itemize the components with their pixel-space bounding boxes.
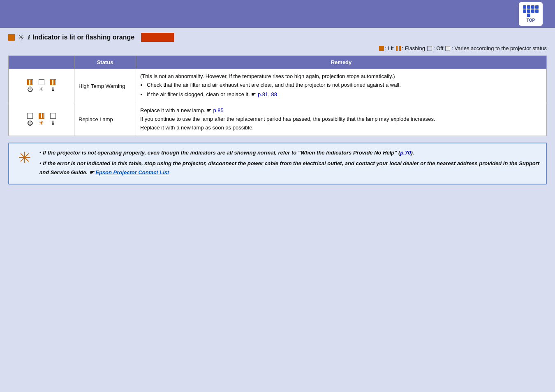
legend-bar: : Lit : Flashing : Off : Varies accordin…	[8, 45, 547, 51]
info-box: ✳ • If the projector is not operating pr…	[8, 143, 547, 184]
power-ind-empty-2	[27, 113, 33, 119]
link-p88[interactable]: 88	[271, 91, 277, 97]
section-heading: ✳ 𝐢 Indicator is lit or flashing orange	[8, 33, 547, 42]
desc-text-replace-lamp: Replace it with a new lamp.	[140, 107, 205, 113]
i-indicator-icon: 𝐢	[28, 34, 29, 41]
bullet-2-text-row1: If the air filter is clogged, clean or r…	[147, 91, 250, 97]
info-icon-area: ✳	[15, 148, 35, 166]
legend-flash-label: : Flashing	[402, 45, 425, 51]
link-p70[interactable]: p.70	[400, 150, 411, 156]
legend-varies-label: : Varies according to the projector stat…	[451, 45, 547, 51]
table-row: ⏻ ☀ 🌡	[9, 103, 547, 136]
epson-contact-link[interactable]: Epson Projector Contact List	[95, 169, 169, 175]
legend-flashing: : Flashing	[396, 45, 425, 51]
lamp-ind-flash-2	[39, 113, 44, 119]
indicator-icons-cell-2: ⏻ ☀ 🌡	[9, 103, 74, 136]
col-header-remedy: Remedy	[136, 56, 547, 69]
legend-lit-label: : Lit	[385, 45, 394, 51]
info-bullet-2: • If the error is not indicated in this …	[39, 159, 540, 177]
replace-lamp-indicators: ⏻ ☀ 🌡	[13, 113, 70, 126]
status-name-replace-lamp: Replace Lamp	[74, 103, 136, 136]
temp-ind-flash	[50, 79, 56, 85]
power-icon-2: ⏻	[27, 120, 33, 126]
sun-icon: ✳	[18, 33, 24, 42]
link-p81[interactable]: p.81	[258, 91, 268, 97]
sun-icon-row: ☀	[39, 86, 44, 92]
top-logo[interactable]: TOP	[519, 2, 543, 26]
logo-label: TOP	[527, 18, 535, 23]
legend-flash-icon	[396, 46, 401, 51]
sun-icon-row-2: ☀	[39, 120, 44, 126]
info-bullet-1-em: If the projector is not operating proper…	[43, 150, 414, 156]
description-high-temp: (This is not an abnormality. However, if…	[136, 69, 547, 103]
section-title: Indicator is lit or flashing orange	[32, 34, 134, 41]
col-header-indicator	[9, 56, 74, 69]
legend-off-icon	[427, 46, 432, 51]
status-text-high-temp: High Temp Warning	[79, 83, 125, 89]
table-row: ⏻ ☀ 🌡	[9, 69, 547, 103]
desc-text-high-temp: (This is not an abnormality. However, if…	[140, 73, 395, 79]
bullet-1-text-row1: Check that the air filter and air exhaus…	[147, 82, 401, 88]
temp-ind-empty-2	[50, 113, 56, 119]
power-icon: ⏻	[27, 86, 33, 92]
col-header-status: Status	[74, 56, 136, 69]
legend-lit: : Lit	[379, 45, 394, 51]
status-name-high-temp: High Temp Warning	[74, 69, 136, 103]
info-bullet-1-end: ).	[411, 150, 414, 156]
description-replace-lamp: Replace it with a new lamp. ☛ p.85 If yo…	[136, 103, 547, 136]
temp-icon-row: 🌡	[50, 86, 56, 92]
high-temp-indicators: ⏻ ☀ 🌡	[13, 79, 70, 92]
ind-row-1: ⏻ ☀ 🌡	[27, 79, 56, 92]
info-link-p70[interactable]: p.70	[400, 150, 411, 156]
info-bullet-1-text: If the projector is not operating proper…	[43, 150, 400, 156]
temp-icon-row-2: 🌡	[50, 120, 56, 126]
table-header-row: Status Remedy	[9, 56, 547, 69]
epson-link-text[interactable]: Epson Projector Contact List	[95, 169, 169, 175]
info-text-area: • If the projector is not operating prop…	[39, 148, 540, 179]
orange-color-block	[141, 33, 174, 42]
info-bullet-2-strong: If the error is not indicated in this ta…	[39, 160, 539, 175]
info-bullet-2-em: If the error is not indicated in this ta…	[39, 160, 539, 175]
indicator-icons-cell: ⏻ ☀ 🌡	[9, 69, 74, 103]
legend-off-label: : Off	[433, 45, 443, 51]
info-bullet-1-strong: If the projector is not operating proper…	[42, 150, 414, 156]
ind-row-2: ⏻ ☀ 🌡	[27, 113, 56, 126]
extra-text-replace-lamp: If you continue to use the lamp after th…	[140, 116, 435, 131]
legend-varies-icon	[445, 46, 450, 51]
indicator-table: Status Remedy ⏻	[8, 55, 547, 136]
lamp-ind-empty	[39, 79, 44, 85]
legend-varies: : Varies according to the projector stat…	[445, 45, 547, 51]
bullet-1-row1: Check that the air filter and air exhaus…	[147, 81, 542, 90]
power-ind-flash	[27, 79, 33, 85]
orange-indicator-icon	[8, 34, 15, 41]
info-sun-icon: ✳	[18, 150, 31, 166]
page-header: TOP	[0, 0, 555, 28]
legend-lit-icon	[379, 46, 384, 51]
legend-off: : Off	[427, 45, 443, 51]
main-content: ✳ 𝐢 Indicator is lit or flashing orange …	[0, 28, 555, 189]
info-bullet-1: • If the projector is not operating prop…	[39, 148, 540, 157]
link-p85[interactable]: p.85	[213, 107, 223, 113]
bullet-2-row1: If the air filter is clogged, clean or r…	[147, 90, 542, 99]
status-text-replace-lamp: Replace Lamp	[79, 116, 113, 122]
